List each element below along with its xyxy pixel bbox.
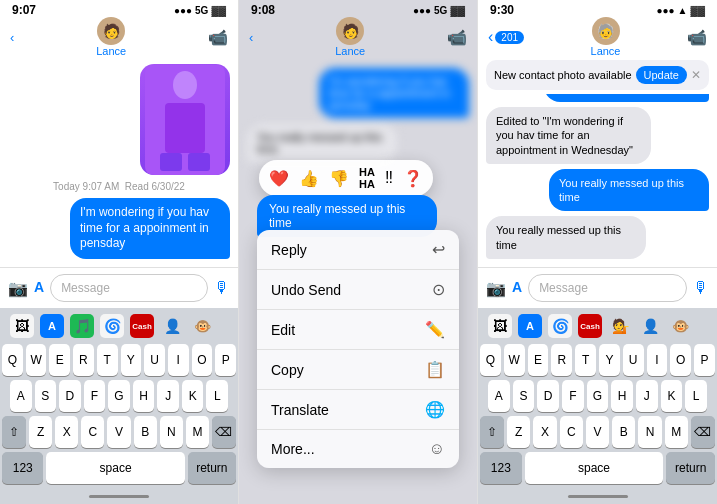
- reaction-question[interactable]: ❓: [403, 169, 423, 188]
- apps-icon[interactable]: A: [34, 279, 44, 298]
- memoji-3c[interactable]: 🐵: [668, 314, 692, 338]
- key-I[interactable]: I: [168, 344, 189, 376]
- key-E-3[interactable]: E: [528, 344, 549, 376]
- key-H[interactable]: H: [133, 380, 155, 412]
- key-P-3[interactable]: P: [694, 344, 715, 376]
- key-K[interactable]: K: [182, 380, 204, 412]
- menu-item-reply[interactable]: Reply ↩: [257, 230, 459, 270]
- key-P[interactable]: P: [215, 344, 236, 376]
- cash-icon-3[interactable]: Cash: [578, 314, 602, 338]
- cash-icon[interactable]: Cash: [130, 314, 154, 338]
- camera-icon[interactable]: 📷: [8, 279, 28, 298]
- key-return[interactable]: return: [188, 452, 236, 484]
- menu-item-copy[interactable]: Copy 📋: [257, 350, 459, 390]
- audio-icon[interactable]: 🎵: [70, 314, 94, 338]
- key-X-3[interactable]: X: [533, 416, 556, 448]
- key-M[interactable]: M: [186, 416, 209, 448]
- mic-icon-3[interactable]: 🎙: [693, 279, 709, 297]
- key-W[interactable]: W: [26, 344, 47, 376]
- key-Z-3[interactable]: Z: [507, 416, 530, 448]
- memoji-2[interactable]: 🐵: [190, 314, 214, 338]
- key-B[interactable]: B: [134, 416, 157, 448]
- key-V-3[interactable]: V: [586, 416, 609, 448]
- key-N-3[interactable]: N: [638, 416, 661, 448]
- key-T-3[interactable]: T: [575, 344, 596, 376]
- back-button-3[interactable]: ‹ 201: [488, 28, 524, 46]
- key-123-3[interactable]: 123: [480, 452, 522, 484]
- memoji-3a[interactable]: 💁: [608, 314, 632, 338]
- key-S[interactable]: S: [35, 380, 57, 412]
- key-C[interactable]: C: [81, 416, 104, 448]
- menu-item-undo[interactable]: Undo Send ⊙: [257, 270, 459, 310]
- reaction-thumbsdown[interactable]: 👎: [329, 169, 349, 188]
- key-delete[interactable]: ⌫: [212, 416, 236, 448]
- key-A[interactable]: A: [10, 380, 32, 412]
- key-F-3[interactable]: F: [562, 380, 584, 412]
- reaction-bar[interactable]: ❤️ 👍 👎 HAHA ‼️ ❓: [259, 160, 433, 196]
- photos-app-icon[interactable]: 🖼: [10, 314, 34, 338]
- key-G[interactable]: G: [108, 380, 130, 412]
- video-call-icon-3[interactable]: 📹: [687, 28, 707, 47]
- reaction-thumbsup[interactable]: 👍: [299, 169, 319, 188]
- key-C-3[interactable]: C: [560, 416, 583, 448]
- key-Z[interactable]: Z: [29, 416, 52, 448]
- key-J-3[interactable]: J: [636, 380, 658, 412]
- key-T[interactable]: T: [97, 344, 118, 376]
- message-input-1[interactable]: Message: [50, 274, 208, 302]
- key-R[interactable]: R: [73, 344, 94, 376]
- key-Q-3[interactable]: Q: [480, 344, 501, 376]
- key-F[interactable]: F: [84, 380, 106, 412]
- video-call-icon-1[interactable]: 📹: [208, 28, 228, 47]
- camera-icon-3[interactable]: 📷: [486, 279, 506, 298]
- back-button-1[interactable]: ‹: [10, 30, 14, 45]
- key-U[interactable]: U: [144, 344, 165, 376]
- key-G-3[interactable]: G: [587, 380, 609, 412]
- photos-app-icon-3[interactable]: 🖼: [488, 314, 512, 338]
- back-button-2[interactable]: ‹: [249, 30, 253, 45]
- key-J[interactable]: J: [157, 380, 179, 412]
- appstore-icon[interactable]: A: [40, 314, 64, 338]
- key-space-3[interactable]: space: [525, 452, 664, 484]
- key-A-3[interactable]: A: [488, 380, 510, 412]
- memoji-1[interactable]: 👤: [160, 314, 184, 338]
- dismiss-icon[interactable]: ✕: [691, 68, 701, 82]
- key-H-3[interactable]: H: [611, 380, 633, 412]
- key-return-3[interactable]: return: [666, 452, 715, 484]
- key-delete-3[interactable]: ⌫: [691, 416, 715, 448]
- key-M-3[interactable]: M: [665, 416, 688, 448]
- contact-name-3[interactable]: Lance: [591, 45, 621, 57]
- key-L-3[interactable]: L: [685, 380, 707, 412]
- key-shift-3[interactable]: ⇧: [480, 416, 504, 448]
- key-O[interactable]: O: [192, 344, 213, 376]
- key-space[interactable]: space: [46, 452, 184, 484]
- key-X[interactable]: X: [55, 416, 78, 448]
- update-button[interactable]: Update: [636, 66, 687, 84]
- key-N[interactable]: N: [160, 416, 183, 448]
- key-123[interactable]: 123: [2, 452, 43, 484]
- menu-item-more[interactable]: More... ☺: [257, 430, 459, 468]
- key-I-3[interactable]: I: [647, 344, 668, 376]
- apps-icon-3[interactable]: A: [512, 279, 522, 298]
- memoji-3b[interactable]: 👤: [638, 314, 662, 338]
- key-R-3[interactable]: R: [551, 344, 572, 376]
- message-input-3[interactable]: Message: [528, 274, 687, 302]
- key-D-3[interactable]: D: [537, 380, 559, 412]
- key-W-3[interactable]: W: [504, 344, 525, 376]
- key-D[interactable]: D: [59, 380, 81, 412]
- mic-icon-1[interactable]: 🎙: [214, 279, 230, 297]
- key-Y[interactable]: Y: [121, 344, 142, 376]
- contact-name-2[interactable]: Lance: [335, 45, 365, 57]
- key-K-3[interactable]: K: [661, 380, 683, 412]
- menu-item-translate[interactable]: Translate 🌐: [257, 390, 459, 430]
- sticker-icon[interactable]: 🌀: [100, 314, 124, 338]
- video-call-icon-2[interactable]: 📹: [447, 28, 467, 47]
- reaction-exclaim[interactable]: ‼️: [385, 169, 393, 187]
- key-Q[interactable]: Q: [2, 344, 23, 376]
- key-Y-3[interactable]: Y: [599, 344, 620, 376]
- key-U-3[interactable]: U: [623, 344, 644, 376]
- key-O-3[interactable]: O: [670, 344, 691, 376]
- reaction-heart[interactable]: ❤️: [269, 169, 289, 188]
- reaction-haha[interactable]: HAHA: [359, 166, 375, 190]
- key-B-3[interactable]: B: [612, 416, 635, 448]
- key-L[interactable]: L: [206, 380, 228, 412]
